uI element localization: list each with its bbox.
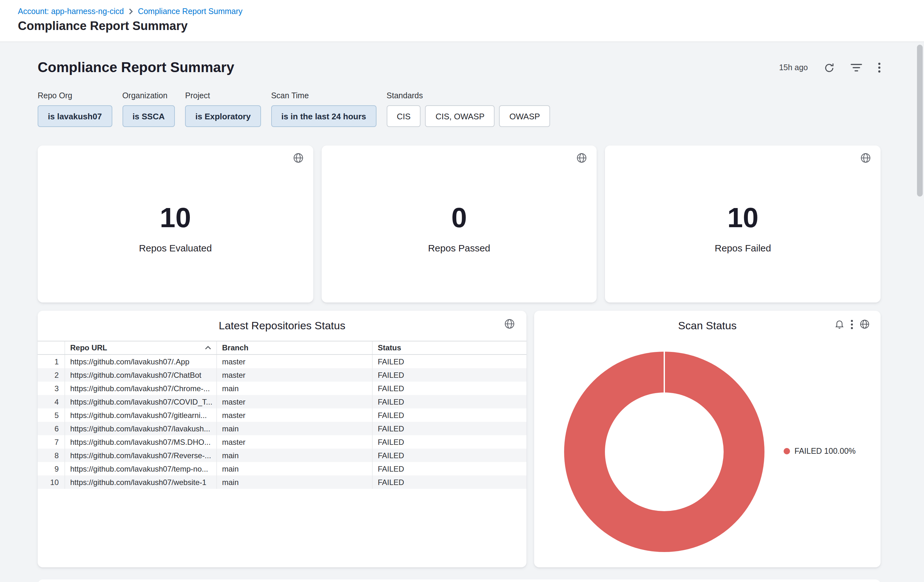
- repo-url-cell: https://github.com/lavakush07/COVID_T...: [64, 395, 216, 409]
- branch-cell: master: [216, 409, 372, 422]
- repo-url-cell: https://github.com/lavakush07/website-1: [64, 475, 216, 489]
- branch-cell: main: [216, 448, 372, 462]
- app-viewport: Account: app-harness-ng-cicd Compliance …: [0, 0, 924, 582]
- status-cell: FAILED: [372, 409, 526, 422]
- repo-url-cell: https://github.com/lavakush07/gitlearni.…: [64, 409, 216, 422]
- stat-label: Repos Evaluated: [139, 242, 212, 253]
- status-cell: FAILED: [372, 355, 526, 368]
- scan-status-card: Scan Status FAILED 100.00%: [534, 311, 881, 567]
- row-number: 2: [38, 368, 64, 382]
- repo-url-cell: https://github.com/lavakush07/.App: [64, 355, 216, 368]
- globe-icon[interactable]: [292, 153, 304, 166]
- stat-label: Repos Failed: [715, 242, 771, 253]
- status-cell: FAILED: [372, 475, 526, 489]
- repo-url-cell: https://github.com/lavakush07/Reverse-..…: [64, 448, 216, 462]
- filter-chip[interactable]: is in the last 24 hours: [271, 105, 376, 127]
- donut-chart[interactable]: [564, 352, 764, 552]
- column-header-status[interactable]: Status: [372, 341, 526, 354]
- status-cell: FAILED: [372, 382, 526, 395]
- kebab-menu-icon[interactable]: [851, 320, 853, 329]
- dashboard-toolbar: 15h ago: [779, 62, 881, 73]
- stat-card-repos-evaluated: 10 Repos Evaluated: [38, 145, 313, 302]
- table-row: 5 https://github.com/lavakush07/gitlearn…: [38, 409, 526, 422]
- globe-icon[interactable]: [860, 319, 870, 329]
- row-number: 3: [38, 382, 64, 395]
- top-header: Account: app-harness-ng-cicd Compliance …: [0, 0, 924, 42]
- filter-chip[interactable]: CIS, OWASP: [425, 105, 495, 127]
- repo-url-cell: https://github.com/lavakush07/Chrome-...: [64, 382, 216, 395]
- dashboard-header: Compliance Report Summary 15h ago: [38, 43, 881, 76]
- page-title: Compliance Report Summary: [18, 19, 924, 33]
- row-number-header: [38, 341, 64, 354]
- legend-dot: [784, 448, 790, 454]
- table-row: 6 https://github.com/lavakush07/lavakush…: [38, 422, 526, 435]
- repo-url-cell: https://github.com/lavakush07/temp-no...: [64, 462, 216, 475]
- row-number: 8: [38, 448, 64, 462]
- row-number: 7: [38, 435, 64, 448]
- status-cell: FAILED: [372, 368, 526, 382]
- repo-url-cell: https://github.com/lavakush07/lavakush..…: [64, 422, 216, 435]
- filter-bar: Repo Org is lavakush07 Organization is S…: [38, 91, 881, 127]
- status-cell: FAILED: [372, 395, 526, 409]
- filter-icon[interactable]: [851, 63, 862, 72]
- filter-chip[interactable]: is Exploratory: [185, 105, 261, 127]
- breadcrumb-account-link[interactable]: Account: app-harness-ng-cicd: [18, 7, 124, 16]
- stat-card-repos-passed: 0 Repos Passed: [321, 145, 597, 302]
- branch-cell: main: [216, 462, 372, 475]
- filter-label: Repo Org: [38, 91, 112, 100]
- filter-chip[interactable]: is SSCA: [122, 105, 175, 127]
- filter-label: Standards: [387, 91, 550, 100]
- globe-icon[interactable]: [577, 153, 587, 166]
- branch-cell: master: [216, 355, 372, 368]
- filter-chip[interactable]: CIS: [387, 105, 421, 127]
- filter-group-scan-time: Scan Time is in the last 24 hours: [271, 91, 376, 127]
- table-header: Repo URL Branch Status: [38, 341, 526, 355]
- donut-hole: [605, 392, 724, 511]
- table-row: 7 https://github.com/lavakush07/MS.DHO..…: [38, 435, 526, 448]
- branch-cell: master: [216, 395, 372, 409]
- breadcrumb: Account: app-harness-ng-cicd Compliance …: [18, 7, 924, 16]
- row-number: 4: [38, 395, 64, 409]
- scan-card-icons: [835, 319, 870, 329]
- chevron-right-icon: [128, 8, 134, 15]
- filter-chip[interactable]: is lavakush07: [38, 105, 112, 127]
- table-row: 3 https://github.com/lavakush07/Chrome-.…: [38, 382, 526, 395]
- status-cell: FAILED: [372, 422, 526, 435]
- last-refresh-time: 15h ago: [779, 63, 808, 72]
- status-cell: FAILED: [372, 448, 526, 462]
- branch-cell: main: [216, 382, 372, 395]
- row-number: 1: [38, 355, 64, 368]
- globe-icon[interactable]: [860, 153, 871, 166]
- breadcrumb-page-link[interactable]: Compliance Report Summary: [138, 7, 243, 16]
- table-row: 1 https://github.com/lavakush07/.App mas…: [38, 355, 526, 368]
- table-row: 4 https://github.com/lavakush07/COVID_T.…: [38, 395, 526, 409]
- dashboard-title: Compliance Report Summary: [38, 59, 234, 76]
- card-title: Scan Status: [534, 311, 881, 333]
- legend-label: FAILED 100.00%: [794, 447, 856, 456]
- filter-group-repo-org: Repo Org is lavakush07: [38, 91, 112, 127]
- vertical-scrollbar-thumb[interactable]: [917, 45, 923, 196]
- row-number: 5: [38, 409, 64, 422]
- row-number: 6: [38, 422, 64, 435]
- row-number: 9: [38, 462, 64, 475]
- latest-repositories-card: Latest Repositories Status Repo URL Bran…: [38, 311, 526, 567]
- column-header-branch[interactable]: Branch: [216, 341, 372, 354]
- table-row: 10 https://github.com/lavakush07/website…: [38, 475, 526, 489]
- stat-label: Repos Passed: [428, 242, 490, 253]
- repo-url-cell: https://github.com/lavakush07/ChatBot: [64, 368, 216, 382]
- filter-label: Organization: [122, 91, 175, 100]
- globe-icon[interactable]: [504, 318, 515, 332]
- stat-cards-row: 10 Repos Evaluated 0 Repos Passed 10 Rep…: [38, 145, 881, 302]
- chart-legend[interactable]: FAILED 100.00%: [784, 447, 856, 456]
- refresh-icon[interactable]: [824, 62, 835, 73]
- donut-slice-divider: [664, 352, 665, 393]
- filter-label: Project: [185, 91, 261, 100]
- column-header-repo-url[interactable]: Repo URL: [64, 341, 216, 354]
- filter-label: Scan Time: [271, 91, 376, 100]
- branch-cell: main: [216, 422, 372, 435]
- filter-chip[interactable]: OWASP: [499, 105, 550, 127]
- kebab-menu-icon[interactable]: [878, 63, 881, 73]
- bell-icon[interactable]: [835, 319, 844, 329]
- dashboard: Compliance Report Summary 15h ago: [38, 43, 881, 582]
- filter-group-organization: Organization is SSCA: [122, 91, 175, 127]
